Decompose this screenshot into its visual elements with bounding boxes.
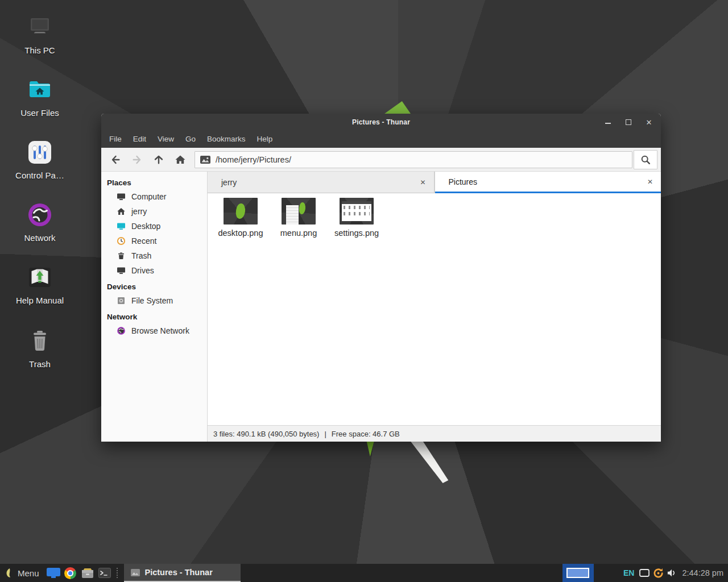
panel-handle[interactable] — [117, 568, 122, 578]
desktop-icon-label: Control Pa… — [8, 171, 72, 180]
browse-network-icon — [117, 326, 126, 335]
taskbar: Menu Pictures - Thunar EN 2:44:28 pm — [0, 564, 728, 582]
desktop-icon-help-manual[interactable]: Help Manual — [8, 264, 72, 305]
desktop-icon — [117, 222, 126, 231]
sidebar-item-home[interactable]: jerry — [101, 204, 207, 219]
folder-home-icon — [26, 76, 53, 103]
up-button[interactable] — [148, 150, 169, 169]
menu-go[interactable]: Go — [180, 131, 201, 148]
status-bar: 3 files: 490.1 kB (490,050 bytes) | Free… — [208, 425, 661, 442]
sidebar-item-label: Desktop — [131, 222, 160, 231]
forward-icon — [131, 154, 143, 165]
menu-bookmarks[interactable]: Bookmarks — [201, 131, 251, 148]
home-button[interactable] — [169, 150, 191, 169]
back-icon — [110, 154, 121, 165]
toolbar: /home/jerry/Pictures/ — [101, 148, 661, 172]
desktop-icon-control-panel[interactable]: Control Pa… — [8, 139, 72, 180]
sidebar-item-desktop[interactable]: Desktop — [101, 219, 207, 234]
sidebar-item-label: Browse Network — [131, 326, 189, 335]
desktop-icon-label: Trash — [8, 359, 72, 369]
sidebar-section-network: Network — [101, 308, 207, 323]
desktop-icon-label: User Files — [8, 108, 72, 118]
file-thumbnail — [282, 198, 316, 225]
terminal-launcher[interactable] — [96, 564, 113, 582]
menu-view[interactable]: View — [152, 131, 180, 148]
file-desktop-png[interactable]: desktop.png — [212, 198, 269, 238]
volume-button[interactable] — [665, 564, 679, 582]
menu-help[interactable]: Help — [251, 131, 279, 148]
home-icon — [175, 154, 186, 165]
task-window-icon — [131, 569, 140, 576]
volume-icon — [667, 568, 677, 577]
trash-icon — [117, 251, 126, 260]
keyboard-layout-indicator[interactable]: EN — [620, 568, 638, 577]
close-button[interactable]: ✕ — [645, 118, 653, 126]
minimize-icon — [605, 123, 611, 124]
thunar-window: Pictures - Thunar ✕ File Edit View Go Bo… — [101, 114, 661, 442]
desktop-icon-trash[interactable]: Trash — [8, 327, 72, 369]
close-icon: ✕ — [646, 119, 652, 126]
file-view[interactable]: desktop.png menu.png settings.png — [208, 193, 661, 425]
sidebar-item-computer[interactable]: Computer — [101, 189, 207, 204]
desktop-icon-user-files[interactable]: User Files — [8, 76, 72, 118]
menu-button[interactable]: Menu — [0, 564, 45, 582]
tab-label: jerry — [208, 178, 412, 187]
display-tray-button[interactable] — [638, 564, 651, 582]
recent-clock-icon — [117, 236, 126, 246]
menu-edit[interactable]: Edit — [127, 131, 152, 148]
system-tray: EN 2:44:28 pm — [562, 564, 728, 582]
minimize-button[interactable] — [604, 118, 612, 126]
tab-pictures[interactable]: Pictures ✕ — [435, 172, 661, 193]
titlebar[interactable]: Pictures - Thunar ✕ — [101, 114, 661, 131]
display-icon — [639, 569, 650, 577]
status-free-space: Free space: 46.7 GB — [332, 430, 400, 438]
trash-icon — [26, 327, 53, 355]
forward-button[interactable] — [126, 150, 148, 169]
show-desktop-icon — [47, 568, 60, 578]
filesystem-drive-icon — [117, 296, 126, 305]
file-cabinet-icon — [81, 568, 94, 579]
maximize-button[interactable] — [624, 118, 632, 126]
maximize-icon — [626, 119, 631, 125]
tab-bar: jerry ✕ Pictures ✕ — [208, 172, 661, 193]
tab-jerry[interactable]: jerry ✕ — [208, 172, 435, 193]
taskbar-window-pictures-thunar[interactable]: Pictures - Thunar — [124, 564, 241, 582]
menu-file[interactable]: File — [104, 131, 127, 148]
sidebar-item-trash[interactable]: Trash — [101, 248, 207, 263]
sidebar: Places Computer jerry Desktop Recent Tra… — [101, 172, 208, 442]
menu-button-label: Menu — [18, 568, 39, 578]
show-desktop-button[interactable] — [45, 564, 62, 582]
file-thumbnail — [340, 198, 374, 225]
path-bar[interactable]: /home/jerry/Pictures/ — [195, 151, 632, 168]
sidebar-item-file-system[interactable]: File System — [101, 293, 207, 308]
file-settings-png[interactable]: settings.png — [328, 198, 385, 238]
menubar: File Edit View Go Bookmarks Help — [101, 131, 661, 148]
search-button[interactable] — [634, 150, 657, 169]
sidebar-item-browse-network[interactable]: Browse Network — [101, 323, 207, 338]
tab-close-icon[interactable]: ✕ — [412, 178, 433, 186]
tab-label: Pictures — [435, 177, 639, 186]
clock[interactable]: 2:44:28 pm — [679, 568, 728, 577]
terminal-icon — [98, 568, 111, 578]
computer-icon — [26, 14, 53, 41]
chrome-launcher[interactable] — [62, 564, 79, 582]
tab-close-icon[interactable]: ✕ — [639, 178, 661, 186]
sidebar-item-label: File System — [131, 296, 173, 305]
update-manager-button[interactable] — [651, 564, 665, 582]
update-refresh-icon — [652, 567, 664, 579]
sidebar-item-recent[interactable]: Recent — [101, 234, 207, 248]
desktop-icon-network[interactable]: Network — [8, 201, 72, 243]
sidebar-section-devices: Devices — [101, 278, 207, 293]
pictures-folder-icon — [200, 156, 210, 164]
back-button[interactable] — [105, 150, 126, 169]
desktop-icon-label: This PC — [8, 45, 72, 55]
workspace-switcher[interactable] — [562, 564, 594, 582]
sidebar-item-drives[interactable]: Drives — [101, 263, 207, 278]
help-manual-icon — [26, 264, 53, 291]
file-manager-launcher[interactable] — [79, 564, 96, 582]
file-menu-png[interactable]: menu.png — [270, 198, 327, 238]
workspace-thumbnail — [566, 568, 589, 578]
window-title: Pictures - Thunar — [169, 114, 593, 131]
desktop-icon-this-pc[interactable]: This PC — [8, 14, 72, 55]
sidebar-item-label: Computer — [131, 192, 166, 201]
